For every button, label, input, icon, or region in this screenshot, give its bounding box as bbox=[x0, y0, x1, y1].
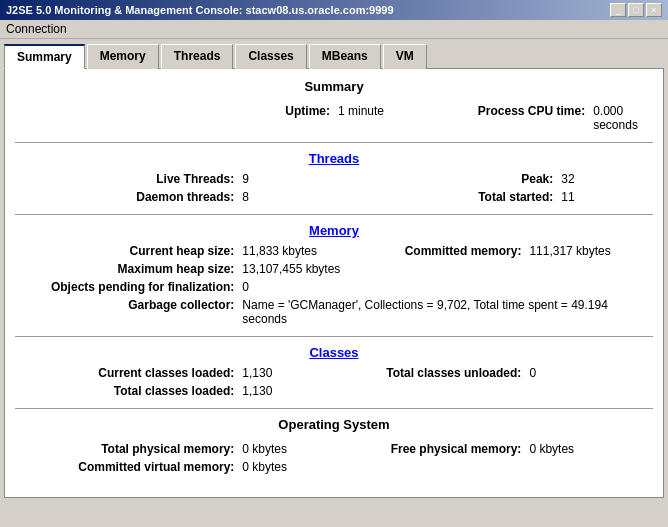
max-heap-value: 13,107,455 kbytes bbox=[242, 262, 340, 276]
heap-value: 11,833 kbytes bbox=[242, 244, 317, 258]
close-button[interactable]: × bbox=[646, 3, 662, 17]
classes-link[interactable]: Classes bbox=[15, 345, 653, 360]
tab-summary[interactable]: Summary bbox=[4, 44, 85, 69]
max-heap-label: Maximum heap size: bbox=[118, 262, 235, 276]
uptime-label: Uptime: bbox=[285, 104, 330, 118]
menu-connection[interactable]: Connection bbox=[6, 22, 67, 36]
cpu-label: Process CPU time: bbox=[478, 104, 585, 118]
free-physical-label: Free physical memory: bbox=[391, 442, 522, 456]
pending-label: Objects pending for finalization: bbox=[51, 280, 234, 294]
gc-value: Name = 'GCManager', Collections = 9,702,… bbox=[242, 298, 608, 326]
pending-value: 0 bbox=[242, 280, 249, 294]
divider-4 bbox=[15, 408, 653, 409]
live-threads-label: Live Threads: bbox=[156, 172, 234, 186]
daemon-value: 8 bbox=[242, 190, 249, 204]
current-classes-label: Current classes loaded: bbox=[98, 366, 234, 380]
divider-3 bbox=[15, 336, 653, 337]
tab-threads[interactable]: Threads bbox=[161, 44, 234, 69]
daemon-label: Daemon threads: bbox=[136, 190, 234, 204]
live-threads-value: 9 bbox=[242, 172, 249, 186]
title-bar: J2SE 5.0 Monitoring & Management Console… bbox=[0, 0, 668, 20]
gc-label: Garbage collector: bbox=[128, 298, 234, 312]
total-physical-value: 0 kbytes bbox=[242, 442, 287, 456]
divider-2 bbox=[15, 214, 653, 215]
maximize-button[interactable]: □ bbox=[628, 3, 644, 17]
divider-1 bbox=[15, 142, 653, 143]
os-table: Total physical memory: 0 kbytes Free phy… bbox=[15, 440, 653, 476]
total-unloaded-value: 0 bbox=[529, 366, 536, 380]
total-started-value: 11 bbox=[561, 190, 574, 204]
total-physical-label: Total physical memory: bbox=[101, 442, 234, 456]
committed-value: 111,317 kbytes bbox=[529, 244, 610, 258]
uptime-value: 1 minute bbox=[338, 104, 384, 118]
threads-table: Live Threads: 9 Peak: 32 Daemon threads:… bbox=[15, 170, 653, 206]
committed-label: Committed memory: bbox=[405, 244, 522, 258]
total-started-label: Total started: bbox=[478, 190, 553, 204]
classes-table: Current classes loaded: 1,130 Total clas… bbox=[15, 364, 653, 400]
window-controls: _ □ × bbox=[610, 3, 662, 17]
current-classes-value: 1,130 bbox=[242, 366, 272, 380]
menu-bar: Connection bbox=[0, 20, 668, 39]
summary-title: Summary bbox=[15, 79, 653, 94]
committed-virtual-label: Committed virtual memory: bbox=[78, 460, 234, 474]
threads-link[interactable]: Threads bbox=[15, 151, 653, 166]
total-loaded-value: 1,130 bbox=[242, 384, 272, 398]
os-title: Operating System bbox=[15, 417, 653, 432]
tab-classes[interactable]: Classes bbox=[235, 44, 306, 69]
cpu-value: 0.000 seconds bbox=[593, 104, 638, 132]
free-physical-value: 0 kbytes bbox=[529, 442, 574, 456]
committed-virtual-value: 0 kbytes bbox=[242, 460, 287, 474]
total-unloaded-label: Total classes unloaded: bbox=[386, 366, 521, 380]
summary-table: Uptime: 1 minute Process CPU time: 0.000… bbox=[15, 102, 653, 134]
title-text: J2SE 5.0 Monitoring & Management Console… bbox=[6, 4, 394, 16]
total-loaded-label: Total classes loaded: bbox=[114, 384, 235, 398]
content-area: Summary Uptime: 1 minute Process CPU tim… bbox=[4, 68, 664, 498]
tab-mbeans[interactable]: MBeans bbox=[309, 44, 381, 69]
memory-link[interactable]: Memory bbox=[15, 223, 653, 238]
peak-value: 32 bbox=[561, 172, 574, 186]
tab-memory[interactable]: Memory bbox=[87, 44, 159, 69]
heap-label: Current heap size: bbox=[130, 244, 235, 258]
tabs-bar: Summary Memory Threads Classes MBeans VM bbox=[0, 39, 668, 68]
tab-vm[interactable]: VM bbox=[383, 44, 427, 69]
minimize-button[interactable]: _ bbox=[610, 3, 626, 17]
peak-label: Peak: bbox=[521, 172, 553, 186]
memory-table: Current heap size: 11,833 kbytes Committ… bbox=[15, 242, 653, 328]
